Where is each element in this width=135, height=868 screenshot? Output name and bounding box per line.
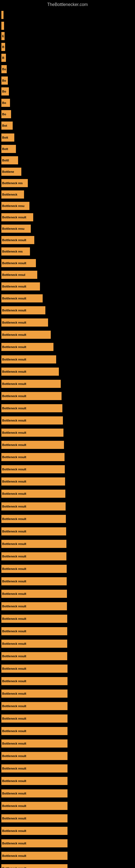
bar-row: Bottleneck result: [1, 306, 45, 314]
bar-row: B: [1, 43, 5, 51]
bar-row: Bottleneck result: [1, 213, 33, 221]
bar-row: E: [1, 32, 5, 40]
bar-label: Bottleneck result: [2, 705, 26, 708]
bar-label: Bo: [2, 90, 6, 93]
bar-row: Bottleneck result: [1, 827, 68, 835]
bar-row: Bottleneck: [1, 190, 24, 198]
bar-row: Bottleneck res: [1, 179, 28, 187]
bar-row: Bottleneck result: [1, 416, 63, 425]
bar-label: Bottleneck result: [2, 667, 26, 670]
bar-row: Bottleneck result: [1, 392, 61, 400]
bar-row: Bottleneck result: [1, 590, 67, 598]
bar-label: Bo: [2, 113, 6, 116]
bar-row: Bottleneck result: [1, 465, 65, 473]
bar-label: Bottleneck result: [2, 617, 26, 620]
bar-label: Bottleneck result: [2, 431, 26, 434]
bar-label: Bottleneck result: [2, 321, 26, 324]
bar-row: Bottleneck result: [1, 615, 67, 623]
bar-label: Bottleneck result: [2, 867, 26, 868]
bar-label: B: [2, 45, 4, 49]
bar-row: Bottleneck result: [1, 839, 68, 847]
bar-label: Bottleneck result: [2, 358, 26, 361]
bar-row: Bottleneck result: [1, 777, 68, 785]
bar-label: Bottleneck result: [2, 804, 26, 807]
bar-row: Bottleneck result: [1, 259, 36, 267]
bar-row: Bottleneck result: [1, 515, 66, 523]
site-title: TheBottlenecker.com: [0, 0, 135, 9]
bar-label: Bottleneck result: [2, 792, 26, 795]
bar-row: Bottleneck result: [1, 565, 67, 573]
bar-label: Bottleneck resu: [2, 227, 25, 230]
bar-row: Bottleneck result: [1, 318, 48, 327]
bar-label: Bottleneck result: [2, 297, 26, 300]
bar-label: Bottleneck result: [2, 555, 26, 558]
bar-label: Bottleneck result: [2, 829, 26, 833]
bar-label: Bottleneck result: [2, 717, 26, 720]
bar-row: Bottl: [1, 156, 18, 164]
bar-label: Bottleneck result: [2, 345, 26, 348]
bar-label: Bottleneck result: [2, 480, 26, 483]
bar-label: Bottleneck result: [2, 580, 26, 583]
bar-label: Bottleneck result: [2, 505, 26, 508]
bar-row: Bottleneck result: [1, 453, 64, 461]
bar-row: Bottleneck result: [1, 368, 59, 376]
bar-label: Bott: [2, 147, 8, 151]
bar-row: Bo: [1, 65, 7, 73]
bar-row: Bott: [1, 145, 16, 153]
bar-row: Bottleneck resu: [1, 202, 30, 210]
bar-label: Bottleneck result: [2, 370, 26, 373]
bar-row: Bo: [1, 76, 8, 85]
bar-label: Bottleneck result: [2, 530, 26, 533]
bar-label: Bottleneck result: [2, 567, 26, 570]
bar-row: Bottleneck result: [1, 540, 66, 548]
bar-label: Bottleneck result: [2, 680, 26, 683]
bar-row: Bottleneck result: [1, 404, 62, 412]
bar-label: Bottleneck result: [2, 742, 26, 745]
bar-label: Bo: [2, 101, 6, 104]
bar-row: Bottleneck result: [1, 577, 67, 585]
bar-label: B: [2, 56, 4, 59]
bar-row: Bo: [1, 99, 10, 107]
bar-label: Bottleneck result: [2, 854, 26, 858]
bar-label: Bottleneck result: [2, 767, 26, 770]
bar-label: Bottlene: [2, 170, 14, 173]
bar-row: [1, 11, 3, 19]
bar-label: Bottleneck result: [2, 382, 26, 385]
bar-row: Bottleneck result: [1, 602, 67, 610]
bar-label: Bottleneck result: [2, 492, 26, 495]
bar-row: Bott: [1, 133, 14, 142]
bar-row: Bottleneck result: [1, 343, 53, 351]
bar-label: Bottleneck res: [2, 182, 23, 185]
bar-row: Bottleneck result: [1, 689, 68, 698]
bar-label: Bottleneck result: [2, 407, 26, 410]
bar-row: Bottleneck result: [1, 477, 65, 486]
bar-label: Bottleneck result: [2, 730, 26, 733]
bar-label: Bottleneck result: [2, 817, 26, 820]
bar-row: Bottleneck resu: [1, 225, 31, 233]
bar-label: Bottleneck result: [2, 654, 26, 658]
bar-label: Bot: [2, 124, 7, 127]
bar-label: Bottl: [2, 159, 9, 162]
bar-label: Bottleneck resul: [2, 273, 26, 276]
bar-label: Bottleneck: [2, 193, 17, 196]
bar-row: Bottleneck result: [1, 727, 68, 735]
bar-label: Bottleneck result: [2, 309, 26, 312]
bar-label: Bottleneck result: [2, 216, 26, 219]
bar-label: Bottleneck result: [2, 394, 26, 398]
bar-label: Bottleneck res: [2, 250, 23, 253]
bar-label: Bottleneck result: [2, 592, 26, 595]
bar-row: Bottleneck result: [1, 802, 68, 810]
bar-label: Bottleneck result: [2, 642, 26, 645]
bar-row: Bottleneck result: [1, 429, 63, 437]
bar-row: Bo: [1, 110, 11, 118]
bar-row: Bottleneck result: [1, 640, 67, 648]
bar-label: Bottleneck result: [2, 604, 26, 608]
bar-label: Bo: [2, 79, 6, 82]
bar-row: Bottleneck result: [1, 714, 68, 723]
bar-row: Bottleneck resul: [1, 271, 37, 279]
bar-row: Bottleneck result: [1, 677, 68, 685]
bar-row: Bottleneck res: [1, 247, 30, 255]
bar-row: Bottleneck result: [1, 502, 65, 510]
bar-label: Bottleneck result: [2, 629, 26, 633]
bar-label: Bottleneck resu: [2, 204, 25, 208]
